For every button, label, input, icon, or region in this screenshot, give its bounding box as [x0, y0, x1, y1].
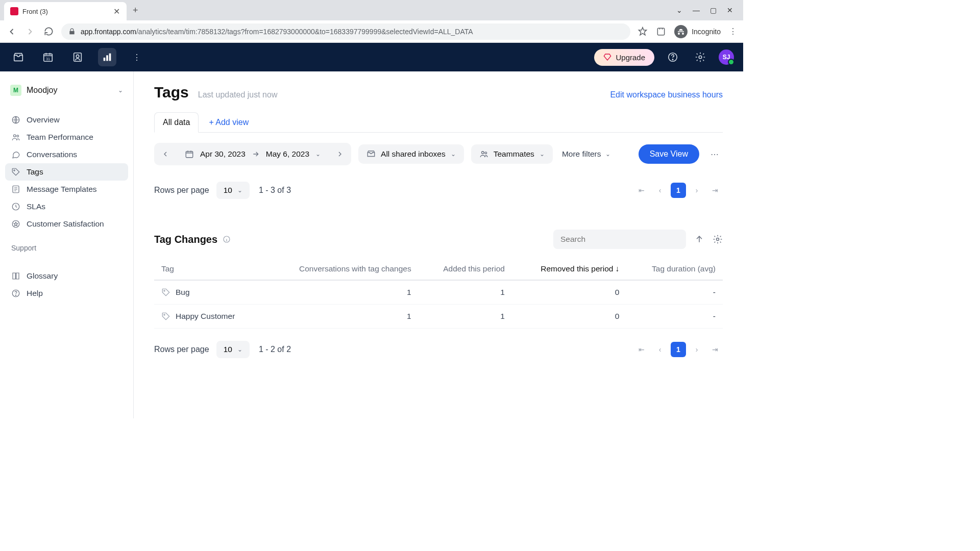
view-menu-icon[interactable]: ⋯	[706, 145, 723, 163]
tabs-dropdown-icon[interactable]: ⌄	[676, 6, 682, 14]
lock-icon	[68, 28, 76, 35]
contacts-icon[interactable]	[68, 48, 87, 66]
svg-point-4	[76, 55, 79, 58]
page-1-button[interactable]: 1	[671, 183, 686, 198]
filter-teammates[interactable]: Teammates ⌄	[471, 144, 553, 164]
table-settings-icon[interactable]	[713, 234, 723, 244]
page-title: Tags	[154, 84, 189, 101]
clock-icon	[11, 202, 20, 211]
sidebar-item-glossary[interactable]: Glossary	[5, 267, 128, 285]
close-icon[interactable]: ✕	[112, 7, 120, 15]
cell-conversations: 1	[262, 280, 418, 305]
help-icon[interactable]	[664, 48, 682, 66]
edit-business-hours-link[interactable]: Edit workspace business hours	[610, 90, 723, 99]
forward-button[interactable]	[24, 26, 36, 37]
save-view-button[interactable]: Save View	[639, 144, 699, 164]
user-avatar[interactable]: SJ	[719, 49, 734, 65]
settings-icon[interactable]	[691, 48, 709, 66]
upgrade-button[interactable]: Upgrade	[594, 49, 654, 66]
sidebar-item-label: Tags	[27, 167, 43, 177]
more-filters-button[interactable]: More filters ⌄	[560, 144, 612, 164]
support-heading: Support	[5, 233, 128, 256]
inbox-small-icon	[366, 149, 376, 159]
next-page-button[interactable]: ›	[689, 183, 704, 198]
first-page-button[interactable]: ⇤	[634, 183, 649, 198]
analytics-icon[interactable]	[98, 48, 116, 66]
col-added[interactable]: Added this period	[419, 258, 512, 280]
date-range-picker: Apr 30, 2023 May 6, 2023 ⌄	[154, 143, 351, 165]
svg-rect-6	[106, 55, 108, 61]
search-input[interactable]	[553, 230, 686, 249]
extensions-icon[interactable]	[656, 27, 666, 37]
col-conversations[interactable]: Conversations with tag changes	[262, 258, 418, 280]
cell-removed: 0	[512, 305, 627, 329]
info-icon[interactable]	[223, 235, 231, 243]
tag-changes-heading: Tag Changes	[154, 234, 217, 245]
browser-menu-icon[interactable]: ⋮	[729, 27, 737, 36]
sidebar-item-slas[interactable]: SLAs	[5, 198, 128, 215]
col-tag[interactable]: Tag	[154, 258, 262, 280]
sidebar-item-conversations[interactable]: Conversations	[5, 146, 128, 163]
sidebar-item-overview[interactable]: Overview	[5, 111, 128, 129]
svg-rect-0	[658, 28, 665, 35]
tag-icon	[11, 167, 20, 177]
reload-button[interactable]	[43, 26, 54, 37]
close-window-icon[interactable]: ✕	[727, 6, 733, 14]
svg-point-14	[14, 170, 15, 171]
table-row[interactable]: Happy Customer110-	[154, 305, 723, 329]
sidebar-item-tags[interactable]: Tags	[5, 163, 128, 181]
tag-changes-table: Tag Conversations with tag changes Added…	[154, 258, 723, 329]
add-view-button[interactable]: + Add view	[209, 118, 249, 127]
sidebar-item-help[interactable]: Help	[5, 285, 128, 302]
sidebar-item-team-performance[interactable]: Team Performance	[5, 129, 128, 146]
svg-point-9	[672, 59, 673, 60]
main-content: Tags Last updated just now Edit workspac…	[134, 71, 743, 418]
url-field[interactable]: app.frontapp.com/analytics/team/tim:7858…	[61, 23, 630, 40]
table-row[interactable]: Bug110-	[154, 280, 723, 305]
svg-point-21	[481, 152, 484, 154]
svg-point-12	[14, 135, 16, 137]
last-page-button[interactable]: ⇥	[707, 183, 723, 198]
tab-all-data[interactable]: All data	[154, 112, 199, 133]
chevron-down-icon: ⌄	[118, 87, 123, 94]
svg-point-13	[17, 135, 19, 137]
minimize-icon[interactable]: —	[693, 6, 700, 14]
last-updated: Last updated just now	[198, 90, 278, 99]
last-page-button[interactable]: ⇥	[707, 342, 723, 357]
sidebar-item-customer-satisfaction[interactable]: Customer Satisfaction	[5, 215, 128, 233]
filter-inboxes[interactable]: All shared inboxes ⌄	[358, 144, 464, 164]
col-removed[interactable]: Removed this period ↓	[512, 258, 627, 280]
export-icon[interactable]	[694, 234, 704, 244]
sidebar-item-label: SLAs	[27, 202, 45, 211]
calendar-icon[interactable]: 31	[39, 48, 57, 66]
incognito-badge[interactable]: Incognito	[674, 25, 721, 38]
workspace-selector[interactable]: M Moodjoy ⌄	[5, 81, 128, 100]
app-topbar: 31 ⋮ Upgrade SJ	[0, 43, 743, 71]
more-apps-icon[interactable]: ⋮	[128, 48, 146, 66]
prev-page-button[interactable]: ‹	[652, 183, 668, 198]
date-range-display[interactable]: Apr 30, 2023 May 6, 2023 ⌄	[180, 149, 326, 159]
globe-icon	[11, 115, 20, 124]
date-next-button[interactable]	[331, 145, 349, 163]
people-small-icon	[479, 149, 488, 159]
chat-icon	[11, 150, 20, 159]
first-page-button[interactable]: ⇤	[634, 342, 649, 357]
rows-per-page-select[interactable]: 10 ⌄	[216, 182, 250, 199]
date-prev-button[interactable]	[156, 145, 175, 163]
bookmark-icon[interactable]	[638, 27, 648, 37]
page-1-button[interactable]: 1	[671, 342, 686, 357]
sidebar-item-message-templates[interactable]: Message Templates	[5, 181, 128, 198]
maximize-icon[interactable]: ▢	[710, 6, 717, 14]
new-tab-button[interactable]: +	[133, 5, 138, 16]
favicon-icon	[10, 7, 18, 15]
back-button[interactable]	[6, 26, 17, 37]
inbox-icon[interactable]	[9, 48, 28, 66]
svg-point-10	[699, 56, 702, 59]
chevron-down-icon: ⌄	[605, 151, 610, 158]
browser-tab[interactable]: Front (3) ✕	[4, 2, 127, 20]
next-page-button[interactable]: ›	[689, 342, 704, 357]
col-duration[interactable]: Tag duration (avg)	[626, 258, 723, 280]
svg-point-24	[717, 238, 719, 241]
prev-page-button[interactable]: ‹	[652, 342, 668, 357]
rows-per-page-select[interactable]: 10 ⌄	[216, 341, 250, 358]
